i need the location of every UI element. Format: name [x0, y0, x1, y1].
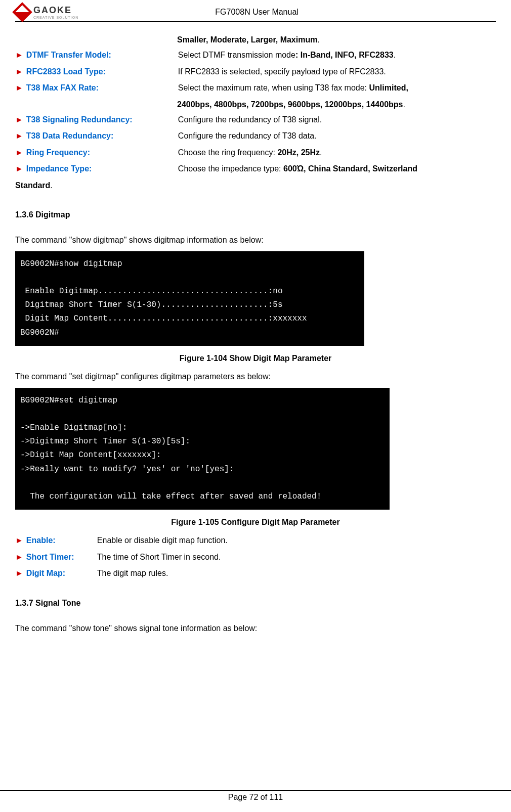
bullet-icon: ► [15, 145, 23, 160]
param-row: ► Enable: Enable or disable digit map fu… [15, 533, 496, 548]
continuation-text: 2400bps, 4800bps, 7200bps, 9600bps, 1200… [177, 100, 403, 109]
page-footer: Page 72 of 111 [0, 790, 511, 802]
param-label: RFC2833 Load Type: [26, 64, 178, 79]
terminal-output-set-digitmap: BG9002N#set digitmap ->Enable Digitmap[n… [15, 388, 390, 510]
param-row: ► Short Timer: The time of Short Timer i… [15, 550, 496, 565]
param-desc: The digit map rules. [97, 566, 496, 581]
param-desc: Select the maximum rate, when using T38 … [178, 80, 496, 96]
terminal-output-show-digitmap: BG9002N#show digitmap Enable Digitmap...… [15, 251, 364, 346]
continuation-line: Smaller, Moderate, Larger, Maximum. [15, 32, 496, 48]
logo: GAOKE CREATIVE SOLUTION [15, 5, 78, 19]
param-label: Impedance Type: [26, 161, 178, 176]
figure-caption: Figure 1-105 Configure Digit Map Paramet… [15, 515, 496, 530]
param-desc: The time of Short Timer in second. [97, 550, 496, 565]
continuation-line: 2400bps, 4800bps, 7200bps, 9600bps, 1200… [15, 97, 496, 112]
param-row: ► RFC2833 Load Type: If RFC2833 is selec… [15, 64, 496, 79]
continuation-text: Smaller, Moderate, Larger, Maximum [177, 35, 317, 44]
param-desc: Configure the redundancy of T38 signal. [178, 112, 496, 127]
param-label: Ring Frequency: [26, 145, 178, 160]
param-label: Short Timer: [26, 550, 97, 565]
document-title: FG7008N User Manual [78, 8, 496, 17]
bullet-icon: ► [15, 80, 23, 96]
param-row: ► Ring Frequency: Choose the ring freque… [15, 145, 496, 160]
document-page: GAOKE CREATIVE SOLUTION FG7008N User Man… [0, 0, 511, 812]
figure-caption: Figure 1-104 Show Digit Map Parameter [15, 351, 496, 366]
body-text: The command "show digitmap" shows digitm… [15, 233, 496, 248]
body-text: The command "set digitmap" configures di… [15, 369, 496, 384]
param-desc: Choose the ring frequency: 20Hz, 25Hz. [178, 145, 496, 160]
param-row: ► Digit Map: The digit map rules. [15, 566, 496, 581]
logo-subtext: CREATIVE SOLUTION [33, 16, 78, 19]
bullet-icon: ► [15, 112, 23, 127]
bullet-icon: ► [15, 161, 23, 176]
page-header: GAOKE CREATIVE SOLUTION FG7008N User Man… [15, 5, 496, 22]
bullet-icon: ► [15, 550, 23, 565]
page-content: Smaller, Moderate, Larger, Maximum. ► DT… [15, 32, 496, 636]
param-label: T38 Max FAX Rate: [26, 80, 178, 96]
param-label: T38 Signaling Redundancy: [26, 112, 178, 127]
section-heading-signal-tone: 1.3.7 Signal Tone [15, 596, 496, 611]
logo-text: GAOKE [33, 5, 78, 16]
param-label: Digit Map: [26, 566, 97, 581]
param-label: DTMF Transfer Model: [26, 48, 178, 63]
logo-icon [12, 2, 32, 22]
bullet-icon: ► [15, 533, 23, 548]
param-row: ► T38 Data Redundancy: Configure the red… [15, 128, 496, 144]
bullet-icon: ► [15, 128, 23, 144]
body-text: The command "show tone" shows signal ton… [15, 621, 496, 636]
param-desc: Choose the impedance type: 600Ώ, China S… [178, 161, 496, 176]
param-label: T38 Data Redundancy: [26, 128, 178, 144]
bullet-icon: ► [15, 64, 23, 79]
param-row: ► T38 Signaling Redundancy: Configure th… [15, 112, 496, 127]
continuation-line: Standard. [15, 178, 496, 193]
section-heading-digitmap: 1.3.6 Digitmap [15, 207, 496, 222]
param-row: ► Impedance Type: Choose the impedance t… [15, 161, 496, 176]
param-row: ► T38 Max FAX Rate: Select the maximum r… [15, 80, 496, 96]
param-desc: Enable or disable digit map function. [97, 533, 496, 548]
logo-text-group: GAOKE CREATIVE SOLUTION [33, 5, 78, 19]
param-row: ► DTMF Transfer Model: Select DTMF trans… [15, 48, 496, 63]
param-label: Enable: [26, 533, 97, 548]
param-desc: If RFC2833 is selected, specify payload … [178, 64, 496, 79]
bullet-icon: ► [15, 566, 23, 581]
bullet-icon: ► [15, 48, 23, 63]
param-desc: Select DTMF transmission mode: In-Band, … [178, 48, 496, 63]
param-desc: Configure the redundancy of T38 data. [178, 128, 496, 144]
